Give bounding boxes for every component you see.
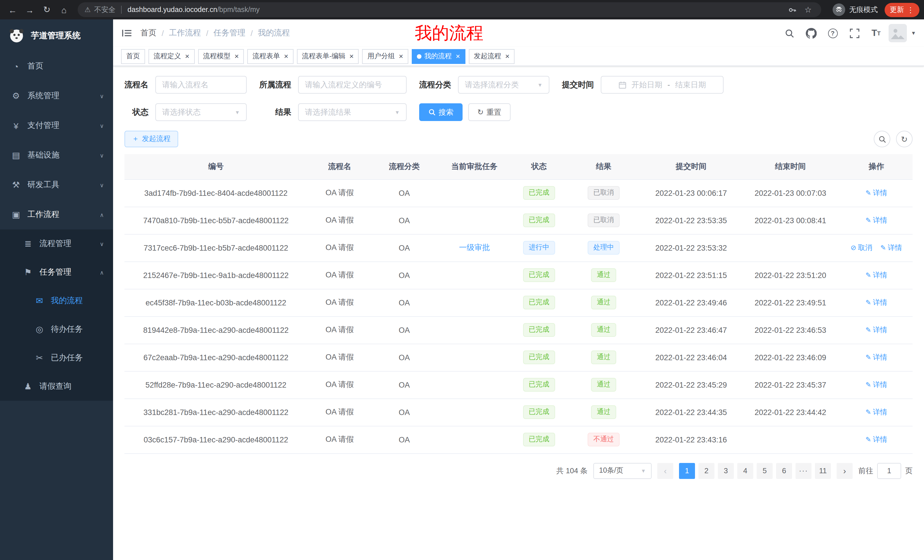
tab-close-icon[interactable]: × [350, 52, 354, 60]
cell-category: OA [372, 398, 436, 426]
category-select[interactable]: 请选择流程分类 ▼ [458, 76, 549, 94]
table-row: 331bc281-7b9a-11ec-a290-acde48001122OA 请… [124, 398, 913, 426]
breadcrumb-item[interactable]: 首页 [141, 28, 156, 38]
forward-button[interactable]: → [22, 2, 38, 18]
detail-action[interactable]: ✎详情 [866, 325, 887, 335]
github-icon[interactable] [802, 23, 820, 43]
result-select[interactable]: 请选择流结果 ▼ [298, 103, 406, 121]
view-tab[interactable]: 首页 [121, 49, 145, 64]
column-header: 提交时间 [641, 154, 741, 179]
detail-action[interactable]: ✎详情 [866, 435, 887, 445]
url-path: /bpm/task/my [217, 6, 260, 14]
sidebar-item-leave-query[interactable]: ♟ 请假查询 [0, 372, 113, 401]
sidebar-item-todo-tasks[interactable]: ◎ 待办任务 [0, 315, 113, 344]
tab-close-icon[interactable]: × [185, 52, 189, 60]
process-name-input[interactable] [155, 76, 247, 94]
detail-action[interactable]: ✎详情 [866, 270, 887, 280]
tab-close-icon[interactable]: × [505, 52, 509, 60]
page-button[interactable]: 1 [679, 463, 695, 479]
edit-icon: ✎ [866, 216, 871, 225]
filter-result: 结果 请选择流结果 ▼ [259, 103, 406, 121]
sidebar-item-task-mgmt[interactable]: ⚑ 任务管理 ∧ [0, 258, 113, 287]
back-button[interactable]: ← [4, 2, 21, 18]
tab-close-icon[interactable]: × [399, 52, 403, 60]
tab-close-icon[interactable]: × [284, 52, 288, 60]
detail-action[interactable]: ✎详情 [880, 243, 902, 253]
reset-button[interactable]: ↻ 重置 [468, 103, 510, 121]
page-size-select[interactable]: 10条/页 ▼ [593, 463, 652, 479]
start-date-placeholder[interactable]: 开始日期 [632, 79, 663, 90]
search-icon[interactable] [780, 23, 798, 43]
pager-ellipsis[interactable]: ··· [795, 463, 812, 479]
home-button[interactable]: ⌂ [56, 2, 72, 18]
parent-process-input[interactable] [298, 76, 406, 94]
tab-close-icon[interactable]: × [456, 52, 460, 60]
view-tab[interactable]: 流程模型× [198, 49, 244, 64]
sidebar-item-devtools[interactable]: ⚒ 研发工具 ∨ [0, 170, 113, 200]
page-button[interactable]: 6 [776, 463, 792, 479]
status-select[interactable]: 请选择状态 ▼ [155, 103, 247, 121]
current-task-link[interactable]: 一级审批 [459, 243, 490, 252]
sidebar-item-system[interactable]: ⚙ 系统管理 ∨ [0, 81, 113, 111]
view-tab[interactable]: 流程表单× [247, 49, 293, 64]
create-process-button[interactable]: ＋ 发起流程 [124, 131, 178, 147]
detail-action[interactable]: ✎详情 [866, 407, 887, 417]
reset-button-label: 重置 [486, 107, 501, 117]
breadcrumb-item[interactable]: 工作流程 [169, 28, 201, 38]
page-button[interactable]: 11 [815, 463, 831, 479]
sidebar-fold-icon[interactable] [113, 19, 141, 47]
view-tab[interactable]: 用户分组× [362, 49, 408, 64]
view-tab[interactable]: 流程定义× [148, 49, 195, 64]
page-button[interactable]: 4 [737, 463, 753, 479]
goto-page-input[interactable] [877, 463, 901, 479]
bookmark-star-icon[interactable]: ☆ [802, 5, 814, 14]
avatar[interactable] [889, 24, 907, 42]
sidebar-item-my-process[interactable]: ✉ 我的流程 [0, 287, 113, 315]
cell-result: 已取消 [566, 179, 642, 207]
breadcrumb-item[interactable]: 任务管理 [214, 28, 246, 38]
sidebar-item-done-tasks[interactable]: ✂ 已办任务 [0, 344, 113, 372]
page-button[interactable]: 3 [718, 463, 734, 479]
cell-actions: ⊘取消✎详情 [840, 234, 913, 262]
result-tag: 通过 [591, 296, 616, 309]
key-icon[interactable] [786, 5, 798, 14]
view-tab[interactable]: 流程表单-编辑× [297, 49, 359, 64]
refresh-icon[interactable]: ↻ [896, 131, 913, 147]
next-page-button[interactable]: › [837, 463, 853, 479]
sidebar-item-home[interactable]: ◔ 首页 [0, 51, 113, 81]
address-bar[interactable]: ⚠ 不安全 dashboard.yudao.iocoder.cn/bpm/tas… [78, 2, 821, 17]
update-button[interactable]: 更新 ⋮ [885, 3, 920, 17]
sidebar-item-process-mgmt[interactable]: ≣ 流程管理 ∨ [0, 229, 113, 258]
cancel-action[interactable]: ⊘取消 [850, 243, 872, 253]
view-tab[interactable]: 发起流程× [469, 49, 514, 64]
cell-status: 已完成 [512, 289, 566, 316]
search-button[interactable]: 搜索 [419, 103, 463, 121]
detail-action[interactable]: ✎详情 [866, 380, 887, 389]
status-tag: 已完成 [523, 214, 555, 227]
submit-time-range[interactable]: 开始日期 - 结束日期 [601, 76, 723, 94]
prev-page-button[interactable]: ‹ [657, 463, 673, 479]
detail-action[interactable]: ✎详情 [866, 216, 887, 225]
help-icon[interactable]: ? [824, 23, 842, 43]
chevron-up-icon: ∧ [100, 211, 104, 218]
breadcrumb: 首页 / 工作流程 / 任务管理 / 我的流程 [141, 28, 290, 38]
detail-action[interactable]: ✎详情 [866, 352, 887, 362]
font-size-icon[interactable]: TT [867, 23, 885, 43]
page-button[interactable]: 5 [757, 463, 772, 479]
result-placeholder: 请选择流结果 [305, 107, 351, 117]
end-date-placeholder[interactable]: 结束日期 [675, 79, 706, 90]
reload-button[interactable]: ↻ [39, 2, 55, 18]
fullscreen-icon[interactable] [845, 23, 864, 43]
tab-close-icon[interactable]: × [234, 52, 239, 60]
toggle-search-icon[interactable] [874, 131, 890, 147]
cell-current-task [436, 207, 512, 234]
view-tab[interactable]: 我的流程× [412, 49, 465, 64]
sidebar-item-workflow[interactable]: ▣ 工作流程 ∧ [0, 200, 113, 229]
sidebar-item-infra[interactable]: ▤ 基础设施 ∨ [0, 141, 113, 170]
detail-action[interactable]: ✎详情 [866, 188, 887, 198]
detail-action[interactable]: ✎详情 [866, 298, 887, 307]
logo[interactable]: 芋道管理系统 [0, 19, 113, 51]
chevron-down-icon[interactable]: ▼ [911, 30, 916, 36]
page-button[interactable]: 2 [698, 463, 714, 479]
sidebar-item-payment[interactable]: ¥ 支付管理 ∨ [0, 111, 113, 141]
